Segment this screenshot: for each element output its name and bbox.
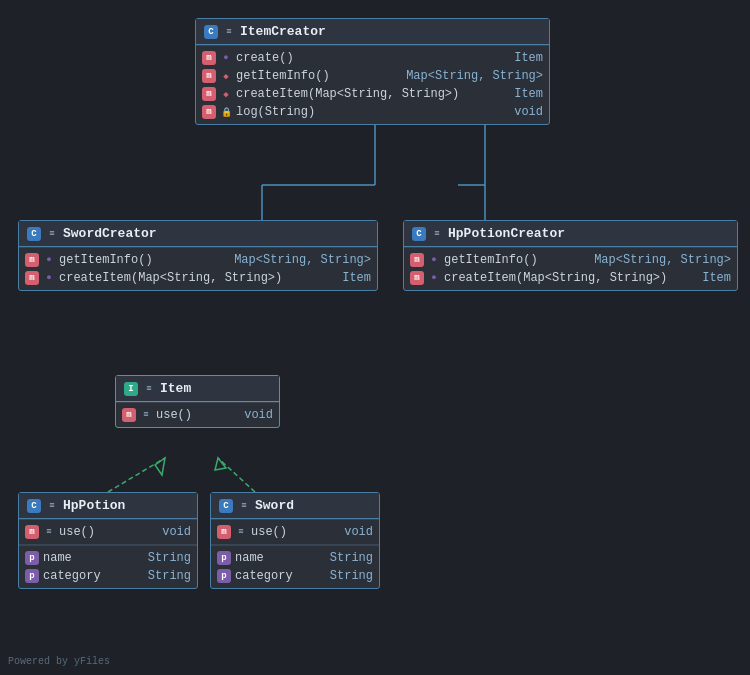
methods-itemcreator: m ● create() Item m ◆ getItemInfo() Map<…	[196, 45, 549, 124]
field-row: p category String	[19, 567, 197, 585]
field-type: String	[322, 569, 373, 583]
pkg-icon-item: ≡	[143, 383, 155, 395]
vis-icon: ●	[428, 272, 440, 284]
field-type: String	[140, 551, 191, 565]
badge-method: m	[202, 51, 216, 65]
badge-swordcreator: C	[27, 227, 41, 241]
pkg-icon-use: ≡	[140, 409, 152, 421]
box-hppotioncreator: C ≡ HpPotionCreator m ● getItemInfo() Ma…	[403, 220, 738, 291]
header-hppotioncreator: C ≡ HpPotionCreator	[404, 221, 737, 247]
return-type: void	[154, 525, 191, 539]
method-row: m ≡ use() void	[211, 523, 379, 541]
svg-marker-11	[215, 458, 226, 470]
field-row: p name String	[19, 549, 197, 567]
method-name: createItem(Map<String, String>)	[444, 271, 690, 285]
svg-line-8	[108, 458, 165, 492]
vis-icon: ◆	[220, 88, 232, 100]
powered-by: Powered by yFiles	[8, 656, 110, 667]
svg-line-10	[218, 458, 255, 492]
badge-method: m	[25, 525, 39, 539]
classname-swordcreator: SwordCreator	[63, 226, 157, 241]
return-type: Item	[694, 271, 731, 285]
methods-hppotion: m ≡ use() void	[19, 519, 197, 544]
methods-hppotioncreator: m ● getItemInfo() Map<String, String> m …	[404, 247, 737, 290]
method-row: m ≡ use() void	[116, 406, 279, 424]
return-type: Map<String, String>	[226, 253, 371, 267]
classname-sword: Sword	[255, 498, 294, 513]
method-name: use()	[156, 408, 232, 422]
field-type: String	[140, 569, 191, 583]
method-name: log(String)	[236, 105, 502, 119]
pkg-icon-swordcreator: ≡	[46, 228, 58, 240]
box-item: I ≡ Item m ≡ use() void	[115, 375, 280, 428]
method-row: m ≡ use() void	[19, 523, 197, 541]
badge-field: p	[25, 551, 39, 565]
pkg-icon: ≡	[43, 526, 55, 538]
header-item: I ≡ Item	[116, 376, 279, 402]
method-name: createItem(Map<String, String>)	[59, 271, 330, 285]
methods-sword: m ≡ use() void	[211, 519, 379, 544]
fields-sword: p name String p category String	[211, 545, 379, 588]
return-type: Item	[506, 51, 543, 65]
vis-icon: ●	[220, 52, 232, 64]
method-row: m ● createItem(Map<String, String>) Item	[404, 269, 737, 287]
pkg-icon-hppotioncreator: ≡	[431, 228, 443, 240]
return-type: Map<String, String>	[398, 69, 543, 83]
badge-method: m	[122, 408, 136, 422]
vis-icon: ◆	[220, 70, 232, 82]
fields-hppotion: p name String p category String	[19, 545, 197, 588]
method-name: getItemInfo()	[444, 253, 582, 267]
badge-method: m	[217, 525, 231, 539]
return-type: Item	[334, 271, 371, 285]
method-row: m ◆ getItemInfo() Map<String, String>	[196, 67, 549, 85]
header-swordcreator: C ≡ SwordCreator	[19, 221, 377, 247]
pkg-icon-itemcreator: ≡	[223, 26, 235, 38]
field-name: category	[43, 569, 136, 583]
field-type: String	[322, 551, 373, 565]
vis-icon: 🔒	[220, 106, 232, 118]
pkg-icon-hppotion: ≡	[46, 500, 58, 512]
badge-method: m	[410, 253, 424, 267]
badge-sword: C	[219, 499, 233, 513]
method-row: m ● getItemInfo() Map<String, String>	[19, 251, 377, 269]
pkg-icon-sword: ≡	[238, 500, 250, 512]
vis-icon: ●	[43, 272, 55, 284]
classname-item: Item	[160, 381, 191, 396]
field-name: category	[235, 569, 318, 583]
method-row: m ● getItemInfo() Map<String, String>	[404, 251, 737, 269]
badge-method: m	[202, 105, 216, 119]
badge-itemcreator: C	[204, 25, 218, 39]
vis-icon: ●	[428, 254, 440, 266]
method-row: m ● create() Item	[196, 49, 549, 67]
header-itemcreator: C ≡ ItemCreator	[196, 19, 549, 45]
badge-field: p	[217, 569, 231, 583]
method-name: getItemInfo()	[59, 253, 222, 267]
field-name: name	[43, 551, 136, 565]
methods-item: m ≡ use() void	[116, 402, 279, 427]
badge-method: m	[25, 271, 39, 285]
box-swordcreator: C ≡ SwordCreator m ● getItemInfo() Map<S…	[18, 220, 378, 291]
return-type: Map<String, String>	[586, 253, 731, 267]
field-name: name	[235, 551, 318, 565]
badge-hppotion: C	[27, 499, 41, 513]
vis-icon: ●	[43, 254, 55, 266]
box-itemcreator: C ≡ ItemCreator m ● create() Item m ◆ ge…	[195, 18, 550, 125]
box-hppotion: C ≡ HpPotion m ≡ use() void p name Strin…	[18, 492, 198, 589]
badge-field: p	[25, 569, 39, 583]
method-row: m 🔒 log(String) void	[196, 103, 549, 121]
field-row: p category String	[211, 567, 379, 585]
method-name: getItemInfo()	[236, 69, 394, 83]
diagram-container: C ≡ ItemCreator m ● create() Item m ◆ ge…	[0, 0, 750, 675]
pkg-icon: ≡	[235, 526, 247, 538]
box-sword: C ≡ Sword m ≡ use() void p name String p…	[210, 492, 380, 589]
method-name: createItem(Map<String, String>)	[236, 87, 502, 101]
return-type: void	[336, 525, 373, 539]
badge-method: m	[202, 87, 216, 101]
svg-marker-9	[155, 458, 165, 475]
badge-item: I	[124, 382, 138, 396]
header-hppotion: C ≡ HpPotion	[19, 493, 197, 519]
return-type: void	[236, 408, 273, 422]
badge-field: p	[217, 551, 231, 565]
header-sword: C ≡ Sword	[211, 493, 379, 519]
classname-hppotion: HpPotion	[63, 498, 125, 513]
